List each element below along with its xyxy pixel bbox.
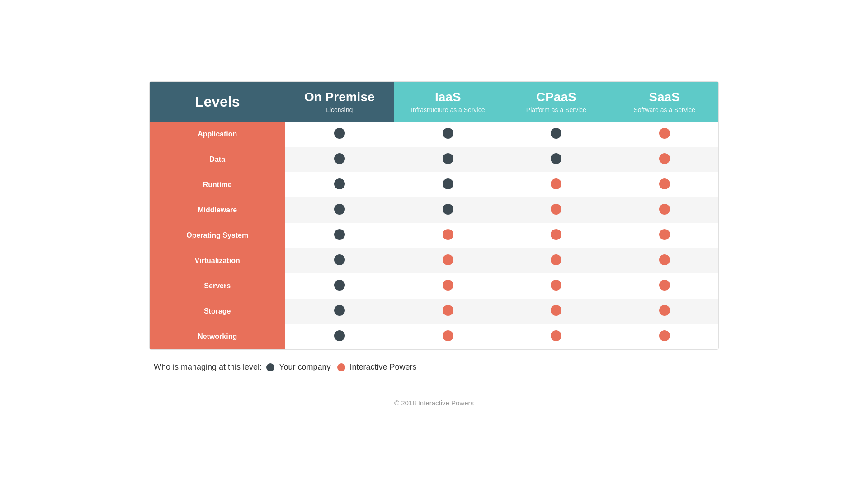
cell-saas bbox=[610, 172, 718, 197]
row-label: Operating System bbox=[150, 223, 285, 248]
dot-dark-icon bbox=[551, 153, 561, 164]
cell-iaas bbox=[394, 248, 502, 273]
dot-coral-icon bbox=[551, 305, 561, 316]
cell-saas bbox=[610, 324, 718, 349]
legend-dot-coral bbox=[337, 363, 345, 371]
cell-iaas bbox=[394, 197, 502, 223]
col-header-saas: SaaS Software as a Service bbox=[610, 82, 718, 122]
dot-coral-icon bbox=[659, 229, 670, 240]
page-wrapper: Levels On Premise Licensing IaaS Infrast… bbox=[149, 81, 719, 407]
cell-onpremise bbox=[285, 147, 394, 172]
onpremise-title: On Premise bbox=[289, 90, 389, 104]
dot-coral-icon bbox=[659, 280, 670, 291]
row-label: Middleware bbox=[150, 197, 285, 223]
cell-onpremise bbox=[285, 122, 394, 147]
table-row: Data bbox=[150, 147, 718, 172]
dot-dark-icon bbox=[334, 178, 345, 189]
row-label: Data bbox=[150, 147, 285, 172]
table-row: Servers bbox=[150, 273, 718, 299]
comparison-table-container: Levels On Premise Licensing IaaS Infrast… bbox=[149, 81, 719, 350]
cell-onpremise bbox=[285, 223, 394, 248]
dot-dark-icon bbox=[334, 305, 345, 316]
iaas-subtitle: Infrastructure as a Service bbox=[398, 106, 497, 113]
row-label: Application bbox=[150, 122, 285, 147]
dot-dark-icon bbox=[334, 128, 345, 139]
cell-iaas bbox=[394, 223, 502, 248]
cell-saas bbox=[610, 248, 718, 273]
dot-dark-icon bbox=[334, 204, 345, 215]
dot-coral-icon bbox=[659, 330, 670, 341]
col-header-iaas: IaaS Infrastructure as a Service bbox=[394, 82, 502, 122]
dot-dark-icon bbox=[334, 153, 345, 164]
cell-saas bbox=[610, 273, 718, 299]
table-row: Storage bbox=[150, 299, 718, 324]
cell-cpas bbox=[502, 324, 610, 349]
cpas-subtitle: Platform as a Service bbox=[506, 106, 606, 113]
dot-dark-icon bbox=[334, 330, 345, 341]
table-body: ApplicationDataRuntimeMiddlewareOperatin… bbox=[150, 122, 718, 349]
dot-dark-icon bbox=[443, 178, 453, 189]
table-row: Middleware bbox=[150, 197, 718, 223]
dot-coral-icon bbox=[443, 330, 453, 341]
table-header-row: Levels On Premise Licensing IaaS Infrast… bbox=[150, 82, 718, 122]
dot-coral-icon bbox=[659, 178, 670, 189]
dot-coral-icon bbox=[659, 254, 670, 265]
dot-coral-icon bbox=[659, 305, 670, 316]
cell-cpas bbox=[502, 197, 610, 223]
row-label: Servers bbox=[150, 273, 285, 299]
dot-coral-icon bbox=[443, 305, 453, 316]
cell-onpremise bbox=[285, 299, 394, 324]
cell-saas bbox=[610, 223, 718, 248]
cell-iaas bbox=[394, 172, 502, 197]
saas-subtitle: Software as a Service bbox=[615, 106, 714, 113]
comparison-table: Levels On Premise Licensing IaaS Infrast… bbox=[150, 82, 718, 349]
dot-coral-icon bbox=[443, 254, 453, 265]
cell-saas bbox=[610, 147, 718, 172]
cell-onpremise bbox=[285, 324, 394, 349]
dot-dark-icon bbox=[334, 280, 345, 291]
copyright-text: © 2018 Interactive Powers bbox=[394, 399, 474, 407]
dot-dark-icon bbox=[334, 254, 345, 265]
col-header-onpremise: On Premise Licensing bbox=[285, 82, 394, 122]
table-row: Application bbox=[150, 122, 718, 147]
dot-dark-icon bbox=[551, 128, 561, 139]
cell-onpremise bbox=[285, 273, 394, 299]
cell-iaas bbox=[394, 147, 502, 172]
cell-cpas bbox=[502, 248, 610, 273]
dot-coral-icon bbox=[551, 229, 561, 240]
cell-onpremise bbox=[285, 248, 394, 273]
table-row: Runtime bbox=[150, 172, 718, 197]
col-header-levels: Levels bbox=[150, 82, 285, 122]
cell-iaas bbox=[394, 324, 502, 349]
cell-cpas bbox=[502, 147, 610, 172]
table-row: Operating System bbox=[150, 223, 718, 248]
dot-coral-icon bbox=[659, 204, 670, 215]
footer: © 2018 Interactive Powers bbox=[394, 399, 474, 407]
legend-provider: Interactive Powers bbox=[350, 362, 417, 372]
cell-iaas bbox=[394, 122, 502, 147]
legend-dot-dark bbox=[266, 363, 274, 371]
cell-saas bbox=[610, 197, 718, 223]
row-label: Virtualization bbox=[150, 248, 285, 273]
cell-cpas bbox=[502, 273, 610, 299]
row-label: Runtime bbox=[150, 172, 285, 197]
saas-title: SaaS bbox=[615, 90, 714, 104]
levels-label: Levels bbox=[195, 94, 240, 110]
dot-dark-icon bbox=[443, 128, 453, 139]
dot-dark-icon bbox=[334, 229, 345, 240]
legend-prefix: Who is managing at this level: bbox=[154, 362, 262, 372]
dot-coral-icon bbox=[659, 128, 670, 139]
dot-coral-icon bbox=[551, 204, 561, 215]
cell-iaas bbox=[394, 273, 502, 299]
dot-coral-icon bbox=[443, 229, 453, 240]
cell-iaas bbox=[394, 299, 502, 324]
table-row: Networking bbox=[150, 324, 718, 349]
row-label: Storage bbox=[150, 299, 285, 324]
dot-coral-icon bbox=[659, 153, 670, 164]
cell-cpas bbox=[502, 223, 610, 248]
cell-cpas bbox=[502, 299, 610, 324]
onpremise-subtitle: Licensing bbox=[289, 106, 389, 113]
dot-coral-icon bbox=[551, 254, 561, 265]
legend: Who is managing at this level: Your comp… bbox=[149, 362, 417, 372]
cell-saas bbox=[610, 122, 718, 147]
